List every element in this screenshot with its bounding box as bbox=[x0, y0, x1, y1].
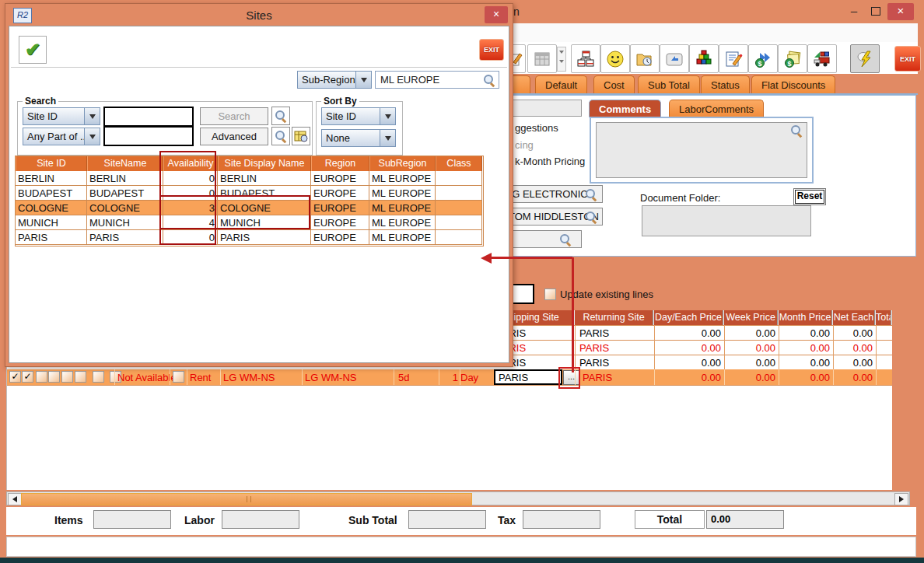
rent-checkbox[interactable] bbox=[173, 371, 184, 383]
col-region[interactable]: Region bbox=[311, 156, 369, 171]
search-button[interactable]: Search bbox=[200, 107, 268, 125]
smiley-icon[interactable] bbox=[600, 44, 630, 73]
search-lookup-button[interactable] bbox=[271, 107, 290, 125]
tab-sub-total[interactable]: Sub Total bbox=[638, 75, 700, 94]
row-checkbox-3[interactable] bbox=[36, 371, 47, 383]
scroll-left-button[interactable] bbox=[8, 493, 22, 505]
org-chart-icon[interactable] bbox=[571, 44, 600, 73]
search-field-dropdown[interactable]: Site ID bbox=[23, 107, 100, 125]
month-price-value: 0.00 bbox=[779, 372, 830, 383]
dropdown-arrow-icon[interactable] bbox=[380, 108, 395, 124]
minimize-button[interactable]: – bbox=[843, 3, 865, 20]
site-row-paris[interactable]: PARIS PARIS 0 PARIS EUROPE ML EUROPE bbox=[16, 230, 482, 245]
close-button[interactable]: × bbox=[887, 3, 914, 20]
subtotal-label: Sub Total bbox=[348, 514, 397, 526]
tab-comments[interactable]: Comments bbox=[589, 100, 661, 117]
tab-labor-comments[interactable]: LaborComments bbox=[669, 100, 764, 117]
col-site-id[interactable]: Site ID bbox=[16, 156, 87, 171]
grid-header-month-price[interactable]: Month Price bbox=[779, 310, 833, 325]
sites-dialog-close-button[interactable]: × bbox=[485, 6, 508, 23]
table-lookup-button[interactable] bbox=[292, 127, 310, 145]
dropdown-arrow-icon[interactable] bbox=[380, 130, 395, 146]
calendar-icon[interactable] bbox=[527, 44, 557, 73]
row-checkbox-1-checked[interactable]: ✓ bbox=[9, 371, 21, 383]
price-forward-icon[interactable]: $ bbox=[748, 44, 778, 73]
comments-search-icon[interactable] bbox=[790, 124, 803, 137]
vendor-search-icon[interactable] bbox=[585, 188, 597, 201]
comments-textarea[interactable] bbox=[596, 122, 807, 178]
cell-site-id: BUDAPEST bbox=[16, 186, 87, 201]
tab-cost[interactable]: Cost bbox=[593, 75, 635, 94]
sort-secondary-value: None bbox=[326, 132, 350, 144]
document-folder-area[interactable] bbox=[642, 205, 811, 236]
extra-search-icon[interactable] bbox=[559, 233, 572, 246]
horizontal-scrollbar[interactable] bbox=[6, 491, 910, 505]
match-mode-dropdown[interactable]: Any Part of ... bbox=[23, 128, 100, 145]
unit-value: Day bbox=[460, 372, 478, 383]
price-memo-icon[interactable]: $ bbox=[778, 44, 807, 73]
grid-header-day-each-price[interactable]: Day/Each Price bbox=[654, 310, 724, 325]
filter-search-input[interactable]: ML EUROPE bbox=[375, 71, 499, 89]
col-subregion[interactable]: SubRegion bbox=[369, 156, 436, 171]
tab-default[interactable]: Default bbox=[535, 75, 587, 94]
filter-search-icon[interactable] bbox=[483, 74, 495, 86]
contact-search-icon[interactable] bbox=[585, 211, 597, 223]
annotation-ellipsis-button bbox=[558, 367, 580, 389]
search-input-1[interactable] bbox=[103, 107, 194, 127]
note-edit-icon[interactable] bbox=[719, 44, 748, 73]
sites-dialog-titlebar[interactable]: R2 Sites × bbox=[5, 4, 513, 26]
tab-flat-discounts[interactable]: Flat Discounts bbox=[751, 75, 835, 94]
advanced-lookup-button[interactable] bbox=[271, 127, 290, 145]
annotation-arrow-vertical bbox=[572, 257, 574, 372]
maximize-button[interactable] bbox=[865, 3, 887, 20]
col-site-display-name[interactable]: Site Display Name bbox=[218, 156, 311, 171]
truck-icon[interactable] bbox=[807, 44, 837, 73]
grid-header-week-price[interactable]: Week Price bbox=[724, 310, 779, 325]
col-class[interactable]: Class bbox=[436, 156, 482, 171]
col-availability[interactable]: Availability bbox=[163, 156, 218, 171]
folder-clock-icon[interactable] bbox=[630, 44, 660, 73]
grid-header-returning-site[interactable]: Returning Site bbox=[575, 310, 654, 325]
cell-site-id: COLOGNE bbox=[16, 201, 87, 215]
sort-secondary-dropdown[interactable]: None bbox=[321, 129, 396, 147]
dropdown-arrow-icon[interactable] bbox=[84, 128, 100, 145]
reset-button[interactable]: Reset bbox=[793, 188, 826, 205]
cell-display-name: BUDAPEST bbox=[218, 186, 311, 201]
row-checkbox-4[interactable] bbox=[48, 371, 60, 383]
tab-status[interactable]: Status bbox=[701, 75, 750, 94]
site-row-munich[interactable]: MUNICH MUNICH 4 MUNICH EUROPE ML EUROPE bbox=[16, 215, 482, 230]
row-checkbox-5[interactable] bbox=[61, 371, 73, 383]
dropdown-arrow-icon[interactable] bbox=[84, 108, 100, 124]
calendar-spinner[interactable] bbox=[557, 47, 566, 72]
cubes-icon[interactable] bbox=[689, 44, 719, 73]
label-fragment-pricing: cing bbox=[515, 139, 534, 151]
sort-primary-dropdown[interactable]: Site ID bbox=[321, 107, 396, 125]
flash-icon[interactable] bbox=[850, 44, 880, 73]
row-checkbox-7[interactable] bbox=[93, 371, 104, 383]
grid-row-selected[interactable]: ✓ ✓ Not Available Rent LG WM-NS LG WM-NS… bbox=[7, 369, 892, 385]
scroll-right-icon bbox=[899, 496, 904, 502]
dropdown-arrow-icon[interactable] bbox=[355, 72, 371, 88]
shipping-site-edit[interactable]: PARIS bbox=[494, 369, 562, 385]
col-site-name[interactable]: SiteName bbox=[87, 156, 163, 171]
sites-table: Site ID SiteName Availability Site Displ… bbox=[15, 156, 484, 247]
site-row-cologne-selected[interactable]: COLOGNE COLOGNE 3 COLOGNE EUROPE ML EURO… bbox=[16, 201, 482, 215]
key-shortcut-icon[interactable] bbox=[660, 44, 689, 73]
update-lines-checkbox[interactable] bbox=[544, 288, 556, 300]
confirm-selection-button[interactable]: ✔ bbox=[19, 36, 47, 64]
site-row-budapest[interactable]: BUDAPEST BUDAPEST 0 BUDAPEST EUROPE ML E… bbox=[16, 186, 482, 201]
site-row-berlin[interactable]: BERLIN BERLIN 0 BERLIN EUROPE ML EUROPE bbox=[16, 171, 482, 186]
cell-subregion: ML EUROPE bbox=[369, 186, 436, 201]
scrollbar-thumb[interactable] bbox=[21, 493, 472, 505]
main-exit-button[interactable]: EXIT bbox=[894, 46, 921, 72]
dialog-exit-button[interactable]: EXIT bbox=[479, 39, 504, 61]
filter-field-dropdown[interactable]: Sub-Region bbox=[297, 71, 372, 89]
grid-header-net-each[interactable]: Net Each bbox=[833, 310, 876, 325]
advanced-button[interactable]: Advanced bbox=[200, 128, 268, 145]
scroll-right-button[interactable] bbox=[894, 493, 908, 505]
row-checkbox-2-checked[interactable]: ✓ bbox=[22, 371, 33, 383]
search-input-2[interactable] bbox=[103, 126, 194, 146]
match-mode-value: Any Part of ... bbox=[27, 131, 89, 142]
row-checkbox-6[interactable] bbox=[75, 371, 86, 383]
grid-header-total[interactable]: Total ( bbox=[876, 310, 892, 325]
